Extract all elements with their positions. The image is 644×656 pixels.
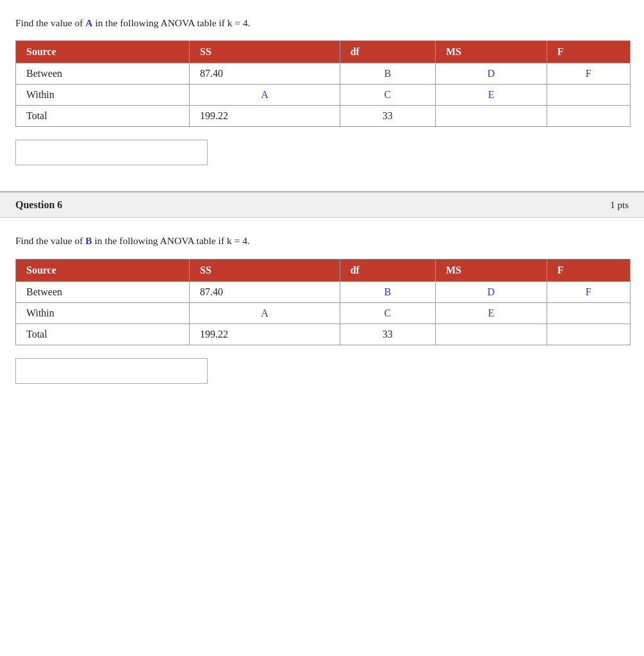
ss-within: A xyxy=(190,85,340,106)
f-between: F xyxy=(547,63,630,85)
ss-total: 199.22 xyxy=(190,106,340,127)
ss-between: 87.40 xyxy=(190,63,340,85)
anova-table-q6: Source SS df MS F Between 87.40 B D F Wi… xyxy=(15,259,631,345)
ms-total xyxy=(435,324,547,345)
f-total xyxy=(547,106,630,127)
table-row: Total 199.22 33 xyxy=(16,324,631,345)
ms-total xyxy=(435,106,547,127)
source-between: Between xyxy=(16,281,190,302)
table-row: Between 87.40 B D F xyxy=(16,281,631,302)
f-within xyxy=(547,85,630,106)
col-header-f: F xyxy=(547,41,630,63)
df-within: C xyxy=(340,85,435,106)
f-total xyxy=(547,324,630,345)
ss-within: A xyxy=(190,302,340,324)
df-total: 33 xyxy=(340,324,435,345)
col-header-source: Source xyxy=(16,41,190,63)
f-between: F xyxy=(547,281,630,302)
ms-between: D xyxy=(435,281,547,302)
question-6-header: Question 6 1 pts xyxy=(0,192,644,218)
question-6-block: Find the value of B in the following ANO… xyxy=(0,218,644,409)
col-header-f: F xyxy=(547,259,630,281)
ss-between: 87.40 xyxy=(190,281,340,302)
df-between: B xyxy=(340,63,435,85)
df-between: B xyxy=(340,281,435,302)
source-total: Total xyxy=(16,324,190,345)
source-total: Total xyxy=(16,106,190,127)
col-header-df: df xyxy=(340,259,435,281)
df-within: C xyxy=(340,302,435,324)
ms-between: D xyxy=(435,63,547,85)
col-header-ss: SS xyxy=(190,259,340,281)
question-5-prompt: Find the value of A in the following ANO… xyxy=(15,15,629,30)
table-row: Within A C E xyxy=(16,302,631,324)
ms-within: E xyxy=(435,85,547,106)
col-header-df: df xyxy=(340,41,435,63)
table-row: Total 199.22 33 xyxy=(16,106,631,127)
col-header-source: Source xyxy=(16,259,190,281)
question-6-prompt: Find the value of B in the following ANO… xyxy=(15,233,629,248)
question-6-pts: 1 pts xyxy=(610,200,629,211)
ms-within: E xyxy=(435,302,547,324)
source-within: Within xyxy=(16,302,190,324)
f-within xyxy=(547,302,630,324)
source-between: Between xyxy=(16,63,190,85)
answer-input-q6[interactable] xyxy=(15,358,208,384)
df-total: 33 xyxy=(340,106,435,127)
col-header-ms: MS xyxy=(435,41,547,63)
source-within: Within xyxy=(16,85,190,106)
prompt-var-a: A xyxy=(85,17,92,28)
prompt-var-b: B xyxy=(85,235,92,246)
question-5-block: Find the value of A in the following ANO… xyxy=(0,0,644,191)
col-header-ms: MS xyxy=(435,259,547,281)
ss-total: 199.22 xyxy=(190,324,340,345)
question-6-title: Question 6 xyxy=(15,199,62,211)
col-header-ss: SS xyxy=(190,41,340,63)
anova-table-q5: Source SS df MS F Between 87.40 B D F Wi… xyxy=(15,40,631,127)
table-row: Between 87.40 B D F xyxy=(16,63,631,85)
answer-input-q5[interactable] xyxy=(15,140,208,165)
table-row: Within A C E xyxy=(16,85,631,106)
